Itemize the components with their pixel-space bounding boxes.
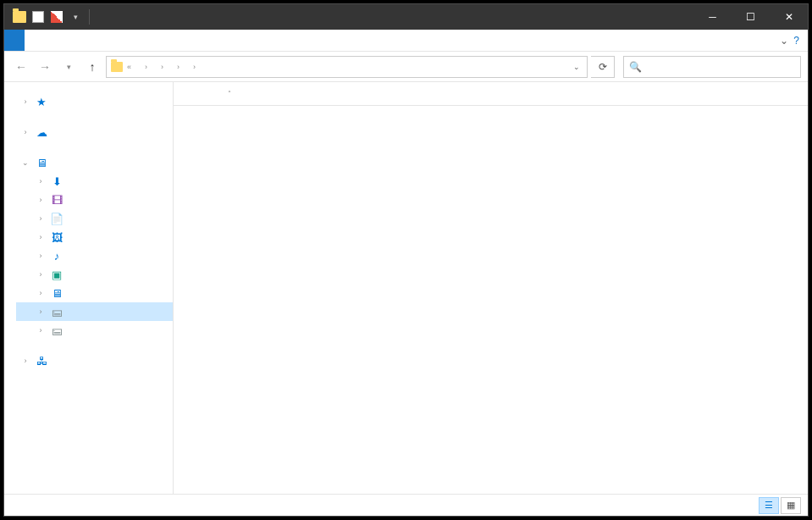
sidebar-item-this-pc[interactable]: ⌄ 🖥	[16, 153, 173, 172]
drive-icon: 🖴	[50, 324, 64, 337]
qat-new-icon[interactable]	[48, 8, 65, 25]
maximize-button[interactable]: ☐	[732, 4, 770, 30]
documents-icon: 📄	[50, 212, 64, 225]
address-dropdown[interactable]: ⌄	[568, 63, 585, 71]
sidebar-item-video[interactable]: ›🎞	[16, 191, 173, 209]
sidebar-item-network[interactable]: › 🖧	[16, 351, 173, 370]
sidebar-item-disk-c[interactable]: ›🖴	[16, 302, 173, 321]
collapse-icon[interactable]: ⌄	[21, 158, 30, 167]
close-button[interactable]: ✕	[770, 4, 808, 30]
quick-access-toolbar: ▾	[11, 8, 93, 25]
expand-icon[interactable]: ›	[21, 97, 30, 106]
column-headers[interactable]: ˄	[174, 82, 808, 106]
chevron-right-icon[interactable]: «	[125, 63, 133, 71]
navigation-bar: ← → ▾ ↑ « › › › › ⌄ ⟳ 🔍	[4, 52, 808, 82]
ribbon-expand-button[interactable]: ⌄ ?	[771, 30, 808, 51]
chevron-down-icon: ⌄	[780, 35, 788, 47]
menu-file[interactable]	[4, 30, 25, 51]
menu-view[interactable]	[65, 30, 86, 51]
breadcrumb-segment[interactable]	[181, 57, 191, 77]
view-details-button[interactable]: ☰	[759, 497, 779, 514]
star-icon: ★	[35, 95, 48, 108]
view-icons-button[interactable]: ▦	[781, 497, 801, 514]
download-icon: ⬇	[50, 174, 64, 188]
sidebar-item-music[interactable]: ›♪	[16, 246, 173, 265]
folder-icon	[108, 62, 125, 72]
statusbar: ☰ ▦	[4, 494, 808, 516]
sidebar-item-documents[interactable]: ›📄	[16, 209, 173, 228]
column-name[interactable]: ˄	[185, 90, 406, 97]
drive-icon: 🖴	[50, 305, 64, 318]
video-icon: 🎞	[50, 193, 64, 207]
3d-icon: ▣	[50, 268, 64, 281]
titlebar[interactable]: ▾ ─ ☐ ✕	[4, 4, 808, 30]
desktop-icon: 🖥	[50, 286, 64, 300]
address-bar[interactable]: « › › › › ⌄	[106, 56, 588, 78]
body: › ★ › ☁ ⌄ 🖥 ›⬇ ›🎞	[4, 82, 808, 494]
cloud-icon: ☁	[35, 125, 48, 139]
music-icon: ♪	[50, 249, 64, 263]
search-input[interactable]: 🔍	[623, 56, 801, 78]
breadcrumb-segment[interactable]	[165, 57, 175, 77]
qat-dropdown-icon[interactable]: ▾	[67, 8, 84, 25]
sidebar-item-desktop[interactable]: ›🖥	[16, 284, 173, 302]
sidebar-item-disk-d[interactable]: ›🖴	[16, 321, 173, 340]
sidebar-item-3d-objects[interactable]: ›▣	[16, 265, 173, 284]
breadcrumb-segment[interactable]	[197, 57, 207, 77]
forward-button[interactable]: →	[35, 57, 55, 77]
separator	[89, 9, 90, 25]
network-icon: 🖧	[35, 354, 48, 368]
back-button[interactable]: ←	[11, 57, 31, 77]
up-button[interactable]: ↑	[82, 57, 102, 77]
breadcrumb-segment[interactable]	[133, 57, 143, 77]
chevron-right-icon[interactable]: ›	[159, 63, 165, 71]
navigation-pane[interactable]: › ★ › ☁ ⌄ 🖥 ›⬇ ›🎞	[4, 82, 174, 494]
sort-asc-icon: ˄	[228, 90, 231, 97]
search-icon: 🔍	[629, 61, 642, 73]
pictures-icon: 🖼	[50, 230, 64, 244]
menu-share[interactable]	[45, 30, 65, 51]
expand-icon[interactable]: ›	[21, 357, 30, 365]
help-icon[interactable]: ?	[793, 35, 799, 47]
explorer-window: ▾ ─ ☐ ✕ ⌄ ? ← → ▾ ↑ « › › › ›	[3, 3, 809, 517]
recent-dropdown[interactable]: ▾	[58, 57, 79, 77]
folder-icon	[11, 8, 28, 25]
window-controls: ─ ☐ ✕	[693, 4, 808, 30]
minimize-button[interactable]: ─	[693, 4, 732, 30]
sidebar-item-downloads[interactable]: ›⬇	[16, 172, 173, 191]
chevron-right-icon[interactable]: ›	[175, 63, 181, 71]
refresh-button[interactable]: ⟳	[591, 56, 615, 78]
sidebar-item-pictures[interactable]: ›🖼	[16, 228, 173, 246]
chevron-right-icon[interactable]: ›	[143, 63, 149, 71]
sidebar-item-quick-access[interactable]: › ★	[16, 92, 173, 111]
chevron-right-icon[interactable]: ›	[191, 63, 197, 71]
breadcrumb-segment[interactable]	[149, 57, 159, 77]
menu-home[interactable]	[25, 30, 45, 51]
qat-properties-icon[interactable]	[30, 8, 47, 25]
file-area: ˄	[174, 82, 808, 494]
sidebar-item-onedrive[interactable]: › ☁	[16, 123, 173, 141]
pc-icon: 🖥	[35, 156, 48, 169]
file-list[interactable]	[174, 106, 808, 494]
ribbon-tabs: ⌄ ?	[4, 30, 808, 52]
expand-icon[interactable]: ›	[21, 128, 30, 136]
